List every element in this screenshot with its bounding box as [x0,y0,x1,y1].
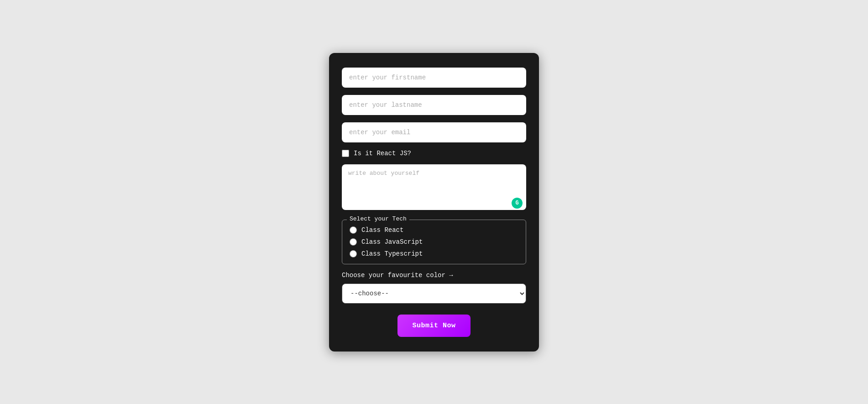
color-label: Choose your favourite color → [342,272,526,279]
radio-label-typescript[interactable]: Class Typescript [361,250,423,257]
radio-class-typescript[interactable] [350,250,357,257]
lastname-input[interactable] [342,95,526,115]
submit-button[interactable]: Submit Now [397,315,470,337]
checkbox-label[interactable]: Is it React JS? [354,150,411,157]
firstname-input[interactable] [342,68,526,88]
radio-class-javascript[interactable] [350,238,357,246]
radio-label-javascript[interactable]: Class JavaScript [361,238,423,246]
radio-option-typescript[interactable]: Class Typescript [350,250,518,257]
form-container: Is it React JS? G Select your Tech Class… [329,53,539,352]
color-select[interactable]: --choose-- Red Blue Green Yellow Purple … [342,283,526,304]
textarea-wrapper: G [342,164,526,212]
email-input[interactable] [342,122,526,142]
checkbox-row: Is it React JS? [342,150,526,157]
radio-class-react[interactable] [350,226,357,234]
radio-label-react[interactable]: Class React [361,226,403,234]
radio-group-legend: Select your Tech [347,215,409,222]
is-react-checkbox[interactable] [342,150,349,157]
radio-option-react[interactable]: Class React [350,226,518,234]
tech-radio-group: Select your Tech Class React Class JavaS… [342,220,526,264]
radio-option-javascript[interactable]: Class JavaScript [350,238,518,246]
grammarly-icon: G [512,198,523,209]
about-textarea[interactable] [342,164,526,210]
